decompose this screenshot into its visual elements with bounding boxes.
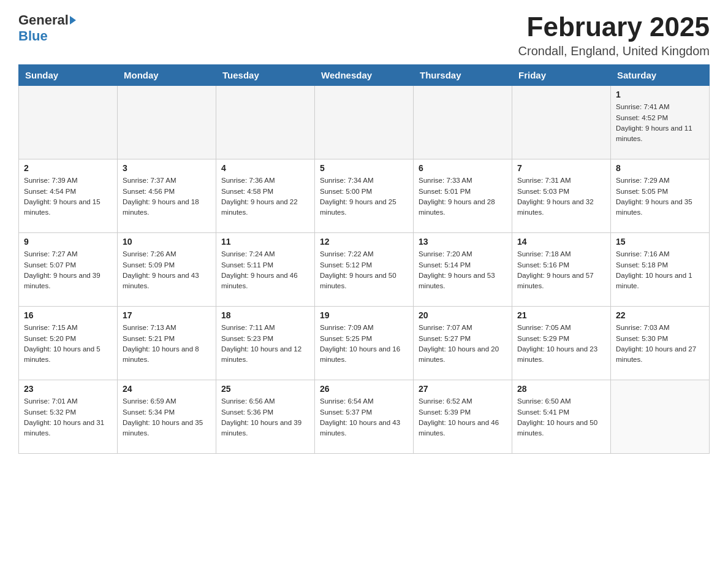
calendar-day: 1Sunrise: 7:41 AMSunset: 4:52 PMDaylight… — [611, 86, 710, 159]
calendar-week-row: 9Sunrise: 7:27 AMSunset: 5:07 PMDaylight… — [19, 233, 710, 307]
calendar-title: February 2025 — [518, 12, 710, 42]
day-info: Sunrise: 7:27 AMSunset: 5:07 PMDaylight:… — [24, 249, 112, 291]
weekday-header-wednesday: Wednesday — [315, 65, 414, 86]
day-info: Sunrise: 6:59 AMSunset: 5:34 PMDaylight:… — [123, 396, 211, 439]
logo-arrow-icon — [70, 16, 76, 25]
day-number: 15 — [616, 237, 704, 247]
day-number: 6 — [419, 163, 507, 173]
calendar-day: 25Sunrise: 6:56 AMSunset: 5:36 PMDayligh… — [216, 380, 315, 454]
calendar-day: 18Sunrise: 7:11 AMSunset: 5:23 PMDayligh… — [216, 307, 315, 380]
day-number: 9 — [24, 237, 112, 247]
day-info: Sunrise: 7:16 AMSunset: 5:18 PMDaylight:… — [616, 249, 704, 291]
calendar-day: 23Sunrise: 7:01 AMSunset: 5:32 PMDayligh… — [19, 380, 118, 454]
day-info: Sunrise: 6:52 AMSunset: 5:39 PMDaylight:… — [419, 396, 507, 439]
day-info: Sunrise: 7:18 AMSunset: 5:16 PMDaylight:… — [517, 249, 605, 291]
day-info: Sunrise: 6:54 AMSunset: 5:37 PMDaylight:… — [320, 396, 408, 439]
day-info: Sunrise: 7:37 AMSunset: 4:56 PMDaylight:… — [123, 175, 211, 218]
calendar-day: 17Sunrise: 7:13 AMSunset: 5:21 PMDayligh… — [118, 307, 216, 380]
day-info: Sunrise: 7:33 AMSunset: 5:01 PMDaylight:… — [419, 175, 507, 218]
day-number: 11 — [221, 237, 309, 247]
day-number: 7 — [517, 163, 605, 173]
day-number: 18 — [221, 310, 309, 320]
calendar-day — [315, 86, 414, 159]
calendar-week-row: 1Sunrise: 7:41 AMSunset: 4:52 PMDaylight… — [19, 86, 710, 159]
calendar-day — [118, 86, 216, 159]
day-number: 2 — [24, 163, 112, 173]
day-number: 17 — [123, 310, 211, 320]
calendar-day — [216, 86, 315, 159]
day-info: Sunrise: 7:03 AMSunset: 5:30 PMDaylight:… — [616, 323, 704, 365]
calendar-day — [414, 86, 512, 159]
day-info: Sunrise: 7:22 AMSunset: 5:12 PMDaylight:… — [320, 249, 408, 291]
day-info: Sunrise: 7:15 AMSunset: 5:20 PMDaylight:… — [24, 323, 112, 365]
weekday-header-row: SundayMondayTuesdayWednesdayThursdayFrid… — [19, 65, 710, 86]
calendar-day: 19Sunrise: 7:09 AMSunset: 5:25 PMDayligh… — [315, 307, 414, 380]
calendar-day: 24Sunrise: 6:59 AMSunset: 5:34 PMDayligh… — [118, 380, 216, 454]
day-info: Sunrise: 6:50 AMSunset: 5:41 PMDaylight:… — [517, 396, 605, 439]
day-info: Sunrise: 7:26 AMSunset: 5:09 PMDaylight:… — [123, 249, 211, 291]
day-info: Sunrise: 7:13 AMSunset: 5:21 PMDaylight:… — [123, 323, 211, 365]
day-info: Sunrise: 7:09 AMSunset: 5:25 PMDaylight:… — [320, 323, 408, 365]
calendar-day: 7Sunrise: 7:31 AMSunset: 5:03 PMDaylight… — [512, 159, 611, 233]
day-info: Sunrise: 6:56 AMSunset: 5:36 PMDaylight:… — [221, 396, 309, 439]
calendar-day: 28Sunrise: 6:50 AMSunset: 5:41 PMDayligh… — [512, 380, 611, 454]
day-number: 3 — [123, 163, 211, 173]
day-info: Sunrise: 7:01 AMSunset: 5:32 PMDaylight:… — [24, 396, 112, 439]
calendar-day: 26Sunrise: 6:54 AMSunset: 5:37 PMDayligh… — [315, 380, 414, 454]
day-info: Sunrise: 7:07 AMSunset: 5:27 PMDaylight:… — [419, 323, 507, 365]
day-number: 4 — [221, 163, 309, 173]
calendar-day: 15Sunrise: 7:16 AMSunset: 5:18 PMDayligh… — [611, 233, 710, 307]
weekday-header-thursday: Thursday — [414, 65, 512, 86]
calendar-day: 3Sunrise: 7:37 AMSunset: 4:56 PMDaylight… — [118, 159, 216, 233]
day-number: 20 — [419, 310, 507, 320]
day-info: Sunrise: 7:34 AMSunset: 5:00 PMDaylight:… — [320, 175, 408, 218]
day-info: Sunrise: 7:05 AMSunset: 5:29 PMDaylight:… — [517, 323, 605, 365]
logo-blue-text: Blue — [18, 28, 48, 44]
calendar-day: 11Sunrise: 7:24 AMSunset: 5:11 PMDayligh… — [216, 233, 315, 307]
day-number: 28 — [517, 384, 605, 394]
logo: General Blue — [18, 12, 76, 44]
calendar-day: 13Sunrise: 7:20 AMSunset: 5:14 PMDayligh… — [414, 233, 512, 307]
calendar-body: 1Sunrise: 7:41 AMSunset: 4:52 PMDaylight… — [19, 86, 710, 454]
day-number: 12 — [320, 237, 408, 247]
day-info: Sunrise: 7:24 AMSunset: 5:11 PMDaylight:… — [221, 249, 309, 291]
logo-general-text: General — [18, 12, 69, 28]
day-number: 16 — [24, 310, 112, 320]
calendar-day: 20Sunrise: 7:07 AMSunset: 5:27 PMDayligh… — [414, 307, 512, 380]
calendar-week-row: 23Sunrise: 7:01 AMSunset: 5:32 PMDayligh… — [19, 380, 710, 454]
day-info: Sunrise: 7:36 AMSunset: 4:58 PMDaylight:… — [221, 175, 309, 218]
calendar-day: 22Sunrise: 7:03 AMSunset: 5:30 PMDayligh… — [611, 307, 710, 380]
day-info: Sunrise: 7:29 AMSunset: 5:05 PMDaylight:… — [616, 175, 704, 218]
day-number: 10 — [123, 237, 211, 247]
calendar-header: SundayMondayTuesdayWednesdayThursdayFrid… — [19, 65, 710, 86]
calendar-day — [512, 86, 611, 159]
day-number: 25 — [221, 384, 309, 394]
calendar-day — [611, 380, 710, 454]
calendar-day: 12Sunrise: 7:22 AMSunset: 5:12 PMDayligh… — [315, 233, 414, 307]
day-number: 23 — [24, 384, 112, 394]
calendar-day: 27Sunrise: 6:52 AMSunset: 5:39 PMDayligh… — [414, 380, 512, 454]
calendar-week-row: 2Sunrise: 7:39 AMSunset: 4:54 PMDaylight… — [19, 159, 710, 233]
calendar-day: 21Sunrise: 7:05 AMSunset: 5:29 PMDayligh… — [512, 307, 611, 380]
day-info: Sunrise: 7:11 AMSunset: 5:23 PMDaylight:… — [221, 323, 309, 365]
calendar-day: 8Sunrise: 7:29 AMSunset: 5:05 PMDaylight… — [611, 159, 710, 233]
calendar-day: 2Sunrise: 7:39 AMSunset: 4:54 PMDaylight… — [19, 159, 118, 233]
calendar-location: Crondall, England, United Kingdom — [518, 44, 710, 58]
day-number: 26 — [320, 384, 408, 394]
weekday-header-monday: Monday — [118, 65, 216, 86]
calendar-day — [19, 86, 118, 159]
day-info: Sunrise: 7:20 AMSunset: 5:14 PMDaylight:… — [419, 249, 507, 291]
calendar-day: 16Sunrise: 7:15 AMSunset: 5:20 PMDayligh… — [19, 307, 118, 380]
day-info: Sunrise: 7:31 AMSunset: 5:03 PMDaylight:… — [517, 175, 605, 218]
calendar-day: 9Sunrise: 7:27 AMSunset: 5:07 PMDaylight… — [19, 233, 118, 307]
day-number: 1 — [616, 90, 704, 99]
calendar-table: SundayMondayTuesdayWednesdayThursdayFrid… — [18, 64, 710, 454]
day-number: 21 — [517, 310, 605, 320]
calendar-day: 5Sunrise: 7:34 AMSunset: 5:00 PMDaylight… — [315, 159, 414, 233]
page-header: General Blue February 2025 Crondall, Eng… — [18, 12, 710, 58]
day-number: 14 — [517, 237, 605, 247]
weekday-header-tuesday: Tuesday — [216, 65, 315, 86]
day-number: 5 — [320, 163, 408, 173]
weekday-header-saturday: Saturday — [611, 65, 710, 86]
calendar-week-row: 16Sunrise: 7:15 AMSunset: 5:20 PMDayligh… — [19, 307, 710, 380]
